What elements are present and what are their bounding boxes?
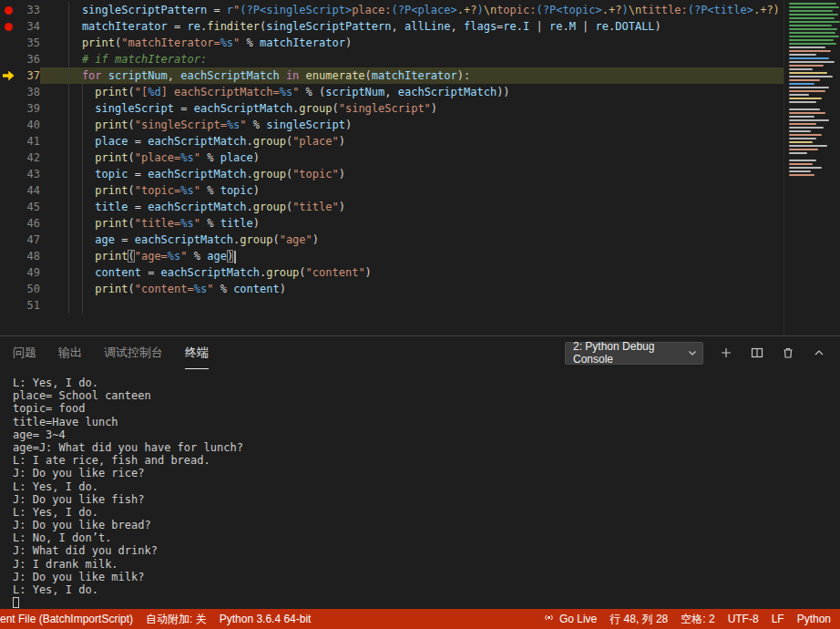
- code-line[interactable]: 47 age = eachScriptMatch.group("age"): [0, 232, 784, 248]
- minimap-line: [789, 116, 814, 118]
- code-line[interactable]: 35 print("matchIterator=%s" % matchItera…: [0, 35, 784, 51]
- code-text: matchIterator = re.finditer(singleScript…: [56, 18, 784, 35]
- line-number: 46: [16, 215, 40, 232]
- status-language[interactable]: Python: [797, 613, 831, 625]
- minimap-line: [789, 28, 837, 30]
- terminal-line: L: Yes, I do.: [13, 376, 840, 389]
- minimap-line: [789, 87, 829, 88]
- line-number: 42: [16, 150, 40, 166]
- glyph-margin[interactable]: [0, 51, 16, 67]
- code-line[interactable]: 39 singleScript = eachScriptMatch.group(…: [0, 100, 784, 117]
- glyph-margin[interactable]: [0, 248, 16, 264]
- glyph-margin[interactable]: [0, 84, 16, 100]
- line-number: 44: [16, 182, 40, 199]
- glyph-margin[interactable]: [0, 199, 16, 215]
- editor-region[interactable]: 33 singleScriptPattern = r"(?P<singleScr…: [0, 0, 840, 335]
- debug-arrow-icon[interactable]: [0, 67, 16, 84]
- glyph-margin[interactable]: [0, 182, 16, 199]
- minimap-line: [789, 21, 840, 23]
- split-terminal-icon[interactable]: [749, 345, 765, 361]
- code-lines: 33 singleScriptPattern = r"(?P<singleScr…: [0, 0, 784, 335]
- collapse-panel-icon[interactable]: [811, 345, 827, 361]
- minimap-line: [789, 39, 834, 41]
- breakpoint-icon[interactable]: [0, 2, 16, 18]
- new-terminal-icon[interactable]: [718, 345, 734, 361]
- terminal-line: L: Yes, I do.: [13, 480, 840, 493]
- glyph-margin[interactable]: [0, 215, 16, 232]
- code-text: age = eachScriptMatch.group("age"): [56, 232, 784, 248]
- glyph-margin[interactable]: [0, 281, 16, 297]
- status-indentation[interactable]: 空格: 2: [681, 612, 714, 627]
- minimap-line: [789, 138, 816, 139]
- minimap-line: [789, 32, 835, 34]
- minimap[interactable]: [784, 0, 840, 335]
- code-line[interactable]: 50 print("content=%s" % content): [0, 281, 784, 297]
- terminal-selector-dropdown[interactable]: 2: Python Debug Console: [565, 342, 703, 365]
- code-text: # if matchIterator:: [56, 51, 784, 67]
- tab-output[interactable]: 输出: [58, 336, 82, 369]
- status-file-info[interactable]: ent File (BatchImportScript): [0, 613, 133, 625]
- minimap-line: [789, 17, 835, 19]
- code-line[interactable]: 49 content = eachScriptMatch.group("cont…: [0, 264, 784, 281]
- code-text: print("place=%s" % place): [56, 150, 784, 166]
- terminal-line: J: Do you like milk?: [13, 571, 840, 583]
- glyph-margin[interactable]: [0, 232, 16, 248]
- terminal-selector-value: 2: Python Debug Console: [573, 340, 688, 366]
- minimap-line: [789, 160, 816, 161]
- tab-terminal[interactable]: 终端: [185, 336, 209, 369]
- glyph-margin[interactable]: [0, 297, 16, 314]
- code-line[interactable]: 41 place = eachScriptMatch.group("place"…: [0, 133, 784, 150]
- code-line[interactable]: 36 # if matchIterator:: [0, 51, 784, 67]
- broadcast-icon: [543, 612, 555, 626]
- code-line[interactable]: 34 matchIterator = re.finditer(singleScr…: [0, 18, 784, 35]
- terminal-output[interactable]: L: Yes, I do.place= School canteentopic=…: [0, 369, 840, 609]
- terminal-line: L: Yes, I do.: [13, 506, 840, 519]
- minimap-line: [789, 127, 824, 129]
- status-encoding[interactable]: UTF-8: [728, 613, 759, 625]
- line-number: 35: [16, 35, 40, 51]
- code-line[interactable]: 48 print("age=%s" % age): [0, 248, 784, 264]
- glyph-margin[interactable]: [0, 166, 16, 182]
- terminal-line: L: Yes, I do.: [13, 583, 840, 596]
- code-line[interactable]: 40 print("singleScript=%s" % singleScrip…: [0, 117, 784, 133]
- code-text: print("matchIterator=%s" % matchIterator…: [56, 35, 784, 51]
- line-number: 43: [16, 166, 40, 182]
- code-text: singleScript = eachScriptMatch.group("si…: [56, 100, 784, 117]
- code-line[interactable]: 33 singleScriptPattern = r"(?P<singleScr…: [0, 2, 784, 18]
- tab-debug-console[interactable]: 调试控制台: [104, 336, 163, 369]
- kill-terminal-icon[interactable]: [780, 345, 796, 361]
- glyph-margin[interactable]: [0, 100, 16, 117]
- code-line[interactable]: 37 for scriptNum, eachScriptMatch in enu…: [0, 67, 784, 84]
- glyph-margin[interactable]: [0, 264, 16, 281]
- glyph-margin[interactable]: [0, 133, 16, 150]
- code-line[interactable]: 38 print("[%d] eachScriptMatch=%s" % (sc…: [0, 84, 784, 100]
- breakpoint-icon[interactable]: [0, 18, 16, 35]
- minimap-line: [789, 145, 827, 147]
- tab-problems[interactable]: 问题: [13, 336, 36, 369]
- line-number: 49: [16, 264, 40, 281]
- status-eol[interactable]: LF: [772, 613, 784, 625]
- code-line[interactable]: 42 print("place=%s" % place): [0, 150, 784, 166]
- code-text: print("[%d] eachScriptMatch=%s" % (scrip…: [56, 84, 784, 100]
- code-text: print("title=%s" % title): [56, 215, 784, 232]
- glyph-margin[interactable]: [0, 117, 16, 133]
- editor-cursor: [234, 251, 236, 263]
- code-line[interactable]: 44 print("topic=%s" % topic): [0, 182, 784, 199]
- glyph-margin[interactable]: [0, 150, 16, 166]
- status-cursor-position[interactable]: 行 48, 列 28: [610, 612, 668, 627]
- minimap-line: [789, 76, 833, 77]
- minimap-line: [789, 98, 822, 99]
- status-python-version[interactable]: Python 3.6.4 64-bit: [220, 613, 312, 625]
- glyph-margin[interactable]: [0, 35, 16, 51]
- code-line[interactable]: 43 topic = eachScriptMatch.group("topic"…: [0, 166, 784, 182]
- status-go-live[interactable]: Go Live: [543, 612, 597, 626]
- code-line[interactable]: 45 title = eachScriptMatch.group("title"…: [0, 199, 784, 215]
- code-line[interactable]: 51: [0, 297, 784, 314]
- code-line[interactable]: 46 print("title=%s" % title): [0, 215, 784, 232]
- status-auto-attach[interactable]: 自动附加: 关: [146, 612, 207, 627]
- line-number: 38: [16, 84, 40, 100]
- minimap-line: [789, 57, 829, 59]
- minimap-line: [789, 72, 827, 74]
- code-text: for scriptNum, eachScriptMatch in enumer…: [56, 67, 784, 84]
- bottom-panel: 问题 输出 调试控制台 终端 2: Python Debug Console: [0, 335, 840, 609]
